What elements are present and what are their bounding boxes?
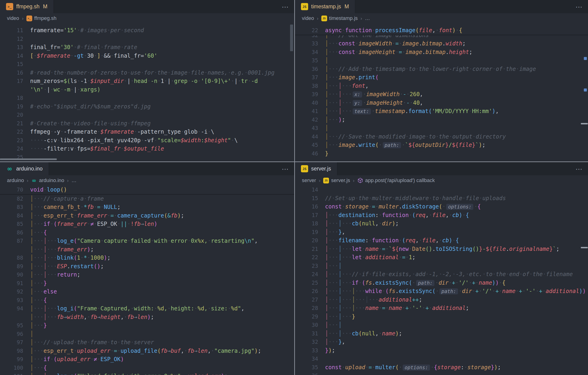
indent-guide: │ [325, 271, 328, 278]
code-token: = [372, 203, 375, 210]
code-token: : [201, 137, 204, 144]
line-content: │···│···return; [23, 271, 294, 279]
breadcrumb-item[interactable]: app.post('/api/upload') callback [357, 177, 435, 183]
whitespace-dot: · [515, 288, 519, 294]
line-number: 42 [295, 115, 318, 124]
code-token: ( [375, 74, 378, 81]
whitespace-dot: · [332, 246, 335, 252]
more-actions-icon[interactable]: ⋯ [576, 2, 583, 11]
breadcrumb-item[interactable]: ∞arduino.ino [31, 177, 64, 183]
code-token: ; [556, 246, 559, 252]
breadcrumb-label: … [71, 177, 76, 183]
code-token: ··· [47, 271, 57, 278]
tab-ffmpeg.sh[interactable]: >_ffmpeg.shM [0, 0, 54, 13]
breadcrumb-item[interactable]: JStimestamp.js [321, 15, 358, 21]
whitespace-dot: · [419, 237, 422, 244]
more-actions-icon[interactable]: ⋯ [282, 165, 290, 173]
whitespace-dot: · [328, 100, 332, 106]
breadcrumb-item[interactable]: JSserver.js [323, 177, 350, 183]
whitespace-dot: · [33, 70, 37, 76]
code-token: ) [154, 221, 157, 227]
indent-guide: │ [325, 254, 328, 260]
line-content: │···│···log_e("Camera·capture·failed·wit… [23, 237, 294, 245]
whitespace-dot: · [100, 238, 104, 244]
tab-label: arduino.ino [16, 166, 43, 172]
line-number: 35 [295, 363, 318, 372]
code-editor[interactable]: 11framerate='15'·#·images·per·second1213… [0, 23, 294, 161]
code-token: · [422, 305, 425, 311]
whitespace-dot: · [50, 314, 53, 320]
more-actions-icon[interactable]: ⋯ [576, 165, 583, 173]
whitespace-dot: · [328, 133, 332, 140]
code-token: ( [415, 27, 419, 34]
whitespace-dot: · [43, 187, 47, 193]
code-token: ··· [33, 204, 43, 210]
breadcrumb-item[interactable]: video [302, 15, 314, 21]
breadcrumb-item[interactable]: server [302, 177, 316, 183]
tab-timestamp.js[interactable]: JStimestamp.jsM [295, 0, 355, 13]
whitespace-dot: · [328, 142, 332, 148]
code-token: ·|· [124, 78, 134, 84]
indent-guide: │ [30, 196, 33, 202]
whitespace-dot: · [342, 246, 345, 252]
whitespace-dot: · [412, 271, 415, 278]
breadcrumb-item[interactable]: video [7, 15, 19, 21]
indent-guide: │ [325, 313, 328, 320]
whitespace-dot: · [335, 83, 338, 89]
whitespace-dot: · [120, 146, 124, 152]
code-token: . [432, 246, 435, 252]
code-line: 20│···filename:·function·(req,·file,·cb)… [295, 236, 588, 245]
code-token: } [491, 364, 494, 371]
whitespace-dot: · [335, 229, 338, 235]
whitespace-dot: · [399, 254, 402, 260]
indent-guide: │ [325, 305, 328, 311]
split-sash-vertical[interactable] [294, 0, 295, 375]
tab-server.js[interactable]: JSserver.js [295, 162, 337, 175]
breadcrumb-item[interactable]: … [71, 177, 76, 183]
breadcrumb-item[interactable]: arduino [7, 177, 24, 183]
whitespace-dot: · [464, 364, 467, 371]
whitespace-dot: · [332, 229, 335, 235]
code-editor[interactable]: 1415//·Set·up·the·multer·middleware·to·h… [295, 186, 588, 375]
code-line: 22│···│···let·additional·=·1; [295, 253, 588, 262]
code-line: 82│···//·capture·a·frame [0, 195, 294, 203]
code-token: · [359, 280, 362, 286]
line-content: │···│···cb(null,·name); [318, 329, 588, 338]
code-editor[interactable]: 70void·loop()82│···//·capture·a·frame83│… [0, 186, 294, 375]
arduino-file-icon: ∞ [31, 178, 37, 183]
whitespace-dot: · [536, 288, 539, 294]
code-line: 19│···}, [295, 228, 588, 237]
code-token: / [449, 142, 452, 148]
split-sash-horizontal[interactable] [0, 161, 588, 162]
code-token: · [385, 246, 388, 252]
whitespace-dot: · [37, 280, 40, 287]
indent-guide: │ [30, 365, 33, 371]
more-actions-icon[interactable]: ⋯ [282, 2, 290, 11]
whitespace-dot: · [459, 288, 462, 294]
whitespace-dot: · [164, 78, 167, 84]
breadcrumb-item[interactable]: … [365, 15, 370, 21]
whitespace-dot: · [402, 305, 405, 311]
breadcrumb-item[interactable]: >_ffmpeg.sh [26, 15, 57, 21]
whitespace-dot: · [369, 195, 372, 201]
code-token: ( [412, 212, 415, 219]
code-token: ··· [328, 116, 338, 123]
code-token: image [402, 40, 419, 47]
code-token: ··· [355, 305, 365, 311]
code-token: ,· [375, 330, 382, 337]
code-token: ··· [328, 288, 338, 294]
tab-arduino.ino[interactable]: ∞arduino.ino [0, 162, 49, 175]
code-token: fb [57, 314, 64, 320]
javascript-file-icon: JS [301, 3, 308, 10]
indent-guide: │ [338, 296, 342, 303]
whitespace-dot: · [466, 271, 469, 278]
code-token: ) [104, 255, 107, 261]
code-editor[interactable]: 22async·function·processImage(file,·font… [295, 23, 588, 158]
whitespace-dot: · [97, 305, 100, 312]
whitespace-dot: · [345, 108, 348, 115]
code-line: '\n'·|·wc·-m·|·xargs) [0, 85, 294, 94]
whitespace-dot: · [33, 373, 37, 375]
code-token: ··· [33, 238, 43, 244]
code-line: 34 [295, 355, 588, 363]
whitespace-dot: · [127, 70, 130, 76]
